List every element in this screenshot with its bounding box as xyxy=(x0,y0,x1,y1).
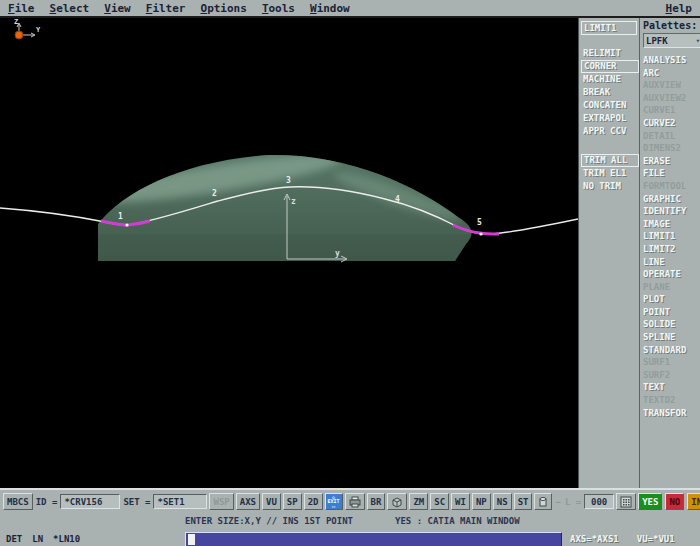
solid-dome[interactable] xyxy=(87,146,485,264)
dropdown-arrow-icon: ▾ xyxy=(696,37,700,45)
fn-item-no-trim[interactable]: NO TRIM xyxy=(581,180,639,193)
fn-item-extrapol[interactable]: EXTRAPOL xyxy=(581,112,639,125)
palette-item-auxview2[interactable]: AUXVIEW2 xyxy=(643,92,700,105)
palette-item-limit1[interactable]: LIMIT1 xyxy=(643,230,700,243)
palette-item-transfor[interactable]: TRANSFOR xyxy=(643,407,700,420)
printer-icon xyxy=(349,496,361,508)
palette-item-spline[interactable]: SPLINE xyxy=(643,331,700,344)
fn-item-appr-ccv[interactable]: APPR CCV xyxy=(581,125,639,138)
layer-filter-button[interactable] xyxy=(534,493,552,510)
axis-z-label: Z xyxy=(14,18,18,26)
set-label: SET = xyxy=(122,497,151,507)
palette-item-text[interactable]: TEXT xyxy=(643,381,700,394)
dash-label: − xyxy=(554,497,561,507)
br-button[interactable]: BR xyxy=(367,493,386,510)
palette-item-solide[interactable]: SOLIDE xyxy=(643,318,700,331)
palette-item-curve1[interactable]: CURVE1 xyxy=(643,104,700,117)
palette-item-surf1[interactable]: SURF1 xyxy=(643,356,700,369)
id-field[interactable]: *CRV156 xyxy=(60,494,120,509)
palette-item-detail[interactable]: DETAIL xyxy=(643,130,700,143)
layer-field[interactable]: 000 xyxy=(584,494,614,509)
axs-indicator: AXS=*AXS1 xyxy=(570,534,619,544)
exit-button[interactable]: ◇ EXIT ▭ xyxy=(325,493,343,510)
vu-button[interactable]: VU xyxy=(262,493,281,510)
palette-item-limit2[interactable]: LIMIT2 xyxy=(643,243,700,256)
context-indicators: AXS=*AXS1 VU=*VU1 xyxy=(562,534,700,544)
menu-tools[interactable]: Tools xyxy=(262,2,295,15)
keypad-icon xyxy=(620,496,632,508)
palette-item-curve2[interactable]: CURVE2 xyxy=(643,117,700,130)
palette-item-analysis[interactable]: ANALYSIS xyxy=(643,54,700,67)
fn-item-concaten[interactable]: CONCATEN xyxy=(581,99,639,112)
viewport[interactable]: Z Y z xyxy=(0,18,578,488)
vu-indicator: VU=*VU1 xyxy=(637,534,675,544)
zm-button[interactable]: ZM xyxy=(409,493,428,510)
fn-item-relimit[interactable]: RELIMIT xyxy=(581,47,639,60)
function-panel-title: LIMIT1 xyxy=(581,21,637,35)
palette-item-image[interactable]: IMAGE xyxy=(643,218,700,231)
fn-item-machine[interactable]: MACHINE xyxy=(581,73,639,86)
palette-item-arc[interactable]: ARC xyxy=(643,67,700,80)
palette-item-erase[interactable]: ERASE xyxy=(643,155,700,168)
no-button[interactable]: NO xyxy=(665,493,684,510)
axs-button[interactable]: AXS xyxy=(236,493,260,510)
2d-button[interactable]: 2D xyxy=(304,493,323,510)
bottom-toolbar: MBCS ID = *CRV156 SET = *SET1 WSP AXS VU… xyxy=(0,488,700,513)
int-button[interactable]: INT xyxy=(687,493,700,510)
palettes-dropdown-value: LPFK xyxy=(646,36,668,46)
axis-y-label: Y xyxy=(36,26,41,34)
command-input[interactable] xyxy=(185,532,562,546)
set-field[interactable]: *SET1 xyxy=(153,494,207,509)
model-box-button[interactable] xyxy=(387,493,407,510)
palette-item-line[interactable]: LINE xyxy=(643,256,700,269)
print-button[interactable] xyxy=(345,493,365,510)
st-button[interactable]: ST xyxy=(514,493,533,510)
ns-button[interactable]: NS xyxy=(493,493,512,510)
curve-label-5: 5 xyxy=(477,218,482,227)
yes-button[interactable]: YES xyxy=(638,493,662,510)
wi-button[interactable]: WI xyxy=(451,493,470,510)
trim-point-1[interactable] xyxy=(125,223,128,226)
menu-options[interactable]: Options xyxy=(201,2,247,15)
menu-window[interactable]: Window xyxy=(310,2,350,15)
det-indicator: DET xyxy=(6,534,22,544)
menu-help[interactable]: Help xyxy=(666,2,693,15)
palette-item-plane[interactable]: PLANE xyxy=(643,281,700,294)
viewport-scene: Z Y z xyxy=(0,18,578,488)
id-label: ID = xyxy=(35,497,59,507)
fn-item-break[interactable]: BREAK xyxy=(581,86,639,99)
np-button[interactable]: NP xyxy=(472,493,491,510)
menu-file[interactable]: File xyxy=(8,2,35,15)
mbcs-button[interactable]: MBCS xyxy=(3,493,33,510)
sc-button[interactable]: SC xyxy=(430,493,449,510)
ln-indicator: LN xyxy=(32,534,43,544)
fn-item-trim-all[interactable]: TRIM ALL xyxy=(581,154,639,167)
palette-item-point[interactable]: POINT xyxy=(643,306,700,319)
curve-label-4: 4 xyxy=(395,195,400,204)
menu-view[interactable]: View xyxy=(104,2,131,15)
palette-item-file[interactable]: FILE xyxy=(643,167,700,180)
palette-item-surf2[interactable]: SURF2 xyxy=(643,369,700,382)
palette-item-standard[interactable]: STANDARD xyxy=(643,344,700,357)
cube-icon xyxy=(391,496,403,508)
palette-item-graphic[interactable]: GRAPHIC xyxy=(643,193,700,206)
exit-base-icon: ▭ xyxy=(332,504,335,508)
palette-item-dimens2[interactable]: DIMENS2 xyxy=(643,142,700,155)
menu-select[interactable]: Select xyxy=(50,2,90,15)
sp-button[interactable]: SP xyxy=(283,493,302,510)
function-panel: LIMIT1 RELIMIT CORNER MACHINE BREAK CONC… xyxy=(578,18,639,488)
fn-item-trim-el1[interactable]: TRIM EL1 xyxy=(581,167,639,180)
palette-item-operate[interactable]: OPERATE xyxy=(643,268,700,281)
menu-bar: File Select View Filter Options Tools Wi… xyxy=(0,0,700,18)
palette-item-textd2[interactable]: TEXTD2 xyxy=(643,394,700,407)
fn-item-corner[interactable]: CORNER xyxy=(581,60,639,73)
palette-item-plot[interactable]: PLOT xyxy=(643,293,700,306)
keypad-button[interactable] xyxy=(616,493,636,510)
palette-item-identify[interactable]: IDENTIFY xyxy=(643,205,700,218)
trim-point-2[interactable] xyxy=(479,232,482,235)
palettes-dropdown[interactable]: LPFK ▾ xyxy=(643,33,700,48)
menu-filter[interactable]: Filter xyxy=(146,2,186,15)
palette-item-auxview[interactable]: AUXVIEW xyxy=(643,79,700,92)
palette-item-formtool[interactable]: FORMTOOL xyxy=(643,180,700,193)
wsp-button[interactable]: WSP xyxy=(209,493,233,510)
